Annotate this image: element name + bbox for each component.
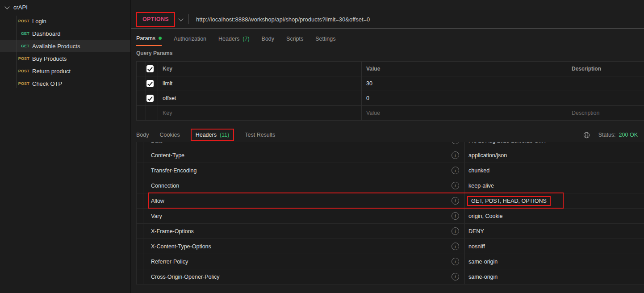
row-spacer xyxy=(137,269,143,284)
param-value[interactable]: 30 xyxy=(362,76,567,91)
header-key-text: X-Frame-Options xyxy=(151,228,194,234)
param-key[interactable]: limit xyxy=(158,76,362,91)
row-spacer xyxy=(137,209,143,223)
request-name: Login xyxy=(32,18,46,25)
param-value[interactable]: 0 xyxy=(362,91,567,105)
unsaved-changes-dot-icon xyxy=(159,37,162,40)
tab-count: (11) xyxy=(220,132,229,138)
tab-authorization[interactable]: Authorization xyxy=(174,31,206,46)
tab-label: Cookies xyxy=(160,132,180,138)
tab-settings[interactable]: Settings xyxy=(315,31,335,46)
tab-label: Settings xyxy=(315,36,335,42)
header-key-cell: Connectioni xyxy=(143,178,464,193)
request-name: Check OTP xyxy=(32,80,62,87)
header-value-text: chunked xyxy=(468,167,489,174)
tab-label: Test Results xyxy=(245,132,275,138)
resp-tab-cookies[interactable]: Cookies xyxy=(160,132,180,138)
header-value-cell: chunked xyxy=(464,163,644,178)
query-params-label: Query Params xyxy=(136,50,172,56)
tab-scripts[interactable]: Scripts xyxy=(286,31,303,46)
response-header-row: X-Frame-OptionsiDENY xyxy=(137,224,644,239)
header-value-cell: Fri, 15 Aug 2025 15:05:25 GMT xyxy=(464,142,644,148)
select-all-checkbox[interactable] xyxy=(146,65,154,72)
url-input[interactable] xyxy=(195,16,644,23)
resp-tab-headers[interactable]: Headers(11) xyxy=(191,129,234,141)
header-value-text: same-origin xyxy=(468,259,498,265)
column-header-description: Description xyxy=(567,62,644,76)
chevron-down-icon xyxy=(4,4,9,9)
header-value-text: keep-alive xyxy=(468,183,494,189)
request-name: Return product xyxy=(32,68,71,75)
row-spacer xyxy=(137,178,143,193)
method-badge: POST xyxy=(18,69,29,73)
header-value-text: same-origin xyxy=(468,274,498,280)
collection-crapi[interactable]: crAPI xyxy=(0,0,130,15)
sidebar-item-login[interactable]: POSTLogin xyxy=(0,15,130,27)
sidebar-item-buy-products[interactable]: POSTBuy Products xyxy=(0,52,130,65)
resp-tab-test-results[interactable]: Test Results xyxy=(245,132,275,138)
app-window: crAPI POSTLoginGETDashboardGETAvailable … xyxy=(0,0,644,293)
annotation-red-box-method: OPTIONS xyxy=(136,12,175,27)
clipped-row: DateiFri, 15 Aug 2025 15:05:25 GMT xyxy=(137,142,644,148)
params-row: limit30 xyxy=(137,76,644,91)
row-spacer xyxy=(137,142,143,148)
row-spacer xyxy=(137,224,143,239)
header-value-cell: GET, POST, HEAD, OPTIONS xyxy=(464,193,644,208)
sidebar-item-check-otp[interactable]: POSTCheck OTP xyxy=(0,77,130,90)
tab-body[interactable]: Body xyxy=(262,31,275,46)
response-header-row: DateiFri, 15 Aug 2025 15:05:25 GMT xyxy=(137,142,644,148)
param-checkbox[interactable] xyxy=(146,80,154,87)
response-header-row: Cross-Origin-Opener-Policyisame-origin xyxy=(137,269,644,285)
chevron-down-icon[interactable] xyxy=(178,16,183,21)
method-badge: POST xyxy=(18,19,29,23)
info-icon: i xyxy=(452,273,459,280)
row-spacer xyxy=(137,254,143,269)
sidebar: crAPI POSTLoginGETDashboardGETAvailable … xyxy=(0,0,131,293)
method-badge: GET xyxy=(18,44,29,48)
sidebar-item-return-product[interactable]: POSTReturn product xyxy=(0,65,130,77)
sidebar-item-available-products[interactable]: GETAvailable Products xyxy=(0,40,130,52)
response-header-row: Transfer-Encodingichunked xyxy=(137,163,644,178)
column-header-value: Value xyxy=(362,62,567,76)
method-badge: POST xyxy=(18,81,29,86)
header-key-cell: Cross-Origin-Opener-Policyi xyxy=(143,269,464,284)
param-description[interactable] xyxy=(567,91,644,105)
globe-icon xyxy=(583,132,590,138)
info-icon: i xyxy=(452,212,459,220)
response-header-row: Content-Typeiapplication/json xyxy=(137,148,644,163)
header-key-text: Transfer-Encoding xyxy=(151,167,197,174)
method-selector[interactable]: OPTIONS xyxy=(142,16,169,22)
tab-count: (7) xyxy=(243,36,249,42)
row-spacer xyxy=(137,163,143,178)
resp-tab-body[interactable]: Body xyxy=(136,132,149,138)
request-name: Dashboard xyxy=(32,30,61,37)
tab-label: Headers xyxy=(196,132,217,138)
params-empty-row: KeyValueDescription xyxy=(137,106,644,121)
collection-items: POSTLoginGETDashboardGETAvailable Produc… xyxy=(0,15,130,90)
collection-name: crAPI xyxy=(13,4,28,11)
response-header-row: AllowiGET, POST, HEAD, OPTIONS xyxy=(137,193,644,209)
header-key-text: Vary xyxy=(151,213,162,219)
response-headers-table: DateiFri, 15 Aug 2025 15:05:25 GMTConten… xyxy=(136,142,644,285)
param-key[interactable]: offset xyxy=(158,91,362,105)
param-description-placeholder[interactable]: Description xyxy=(567,106,644,120)
param-key-placeholder[interactable]: Key xyxy=(158,106,362,120)
param-description[interactable] xyxy=(567,76,644,91)
method-badge: GET xyxy=(18,31,29,36)
request-tabs: ParamsAuthorizationHeaders(7)BodyScripts… xyxy=(136,31,644,46)
tab-params[interactable]: Params xyxy=(136,31,162,46)
tab-label: Scripts xyxy=(286,36,303,42)
header-key-cell: Varyi xyxy=(143,209,464,223)
header-key-text: Content-Type xyxy=(151,152,184,159)
tab-label: Body xyxy=(136,132,149,138)
method-badge: POST xyxy=(18,56,29,61)
header-key-text: Cross-Origin-Opener-Policy xyxy=(151,274,220,280)
tab-headers[interactable]: Headers(7) xyxy=(218,31,250,46)
param-value-placeholder[interactable]: Value xyxy=(362,106,567,120)
param-checkbox[interactable] xyxy=(146,95,154,102)
header-key-text: Date xyxy=(151,142,163,144)
header-key-cell: Allowi xyxy=(143,193,464,208)
info-icon: i xyxy=(452,142,459,144)
info-icon: i xyxy=(452,227,459,235)
sidebar-item-dashboard[interactable]: GETDashboard xyxy=(0,27,130,40)
